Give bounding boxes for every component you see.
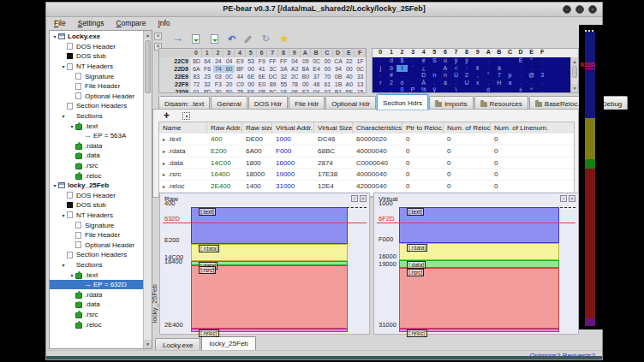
ascii-char[interactable]: \ xyxy=(450,86,462,93)
ascii-char[interactable]: Ü xyxy=(450,72,462,80)
ascii-char[interactable]: ¿ xyxy=(418,65,429,73)
table-row-rdata[interactable]: ▸.rdataE2006A00F00068BC40000040000 xyxy=(159,145,574,157)
hex-byte[interactable]: CA xyxy=(333,57,344,65)
ascii-char[interactable]: . xyxy=(472,57,483,65)
tree-item-sections[interactable]: ▾Sections xyxy=(50,260,143,270)
ascii-char[interactable]: % xyxy=(418,86,429,93)
table-row-rsrc[interactable]: ▸.rsrc16400180001900017E3840000040000 xyxy=(159,169,574,181)
scroll-down-icon[interactable]: ▼ xyxy=(571,84,578,92)
menu-compare[interactable]: Compare xyxy=(110,18,152,28)
hex-byte[interactable]: 00 xyxy=(246,65,257,73)
hex-byte[interactable]: 00 xyxy=(344,65,355,73)
dock-close-icon[interactable]: × xyxy=(569,195,575,202)
ascii-char[interactable]: D xyxy=(418,72,429,80)
hex-byte[interactable]: 00 xyxy=(301,80,312,88)
ascii-char[interactable]: . xyxy=(494,57,505,65)
tree-item-text[interactable]: ▾.text xyxy=(50,121,143,131)
tab-section-hdrs[interactable]: Section Hdrs xyxy=(377,94,428,110)
hex-byte[interactable]: 0B xyxy=(333,73,344,80)
hex-byte[interactable]: 41 xyxy=(257,65,268,73)
ascii-char[interactable]: . xyxy=(375,86,386,93)
ascii-char[interactable]: . xyxy=(537,80,548,87)
ascii-char[interactable]: . xyxy=(429,65,440,73)
ascii-char[interactable]: H xyxy=(494,80,505,87)
ascii-char[interactable]: Ê xyxy=(516,57,527,65)
ascii-char[interactable]: . xyxy=(526,65,537,73)
hex-byte[interactable]: F9 xyxy=(257,57,268,65)
hex-byte[interactable]: 64 xyxy=(202,57,213,65)
ascii-char[interactable]: à xyxy=(440,80,451,87)
follow-arrow-icon[interactable]: → xyxy=(172,33,183,44)
hex-byte[interactable]: 8A xyxy=(301,65,312,73)
ascii-char[interactable]: ÿ xyxy=(429,86,440,93)
tree-item-dos-stub[interactable]: DOS stub xyxy=(50,200,143,211)
hex-byte[interactable]: 89 xyxy=(267,80,278,88)
ascii-char[interactable]: ^ xyxy=(526,86,537,93)
hex-byte[interactable]: 20 xyxy=(224,80,235,88)
ascii-char[interactable]: ¢ xyxy=(472,65,483,73)
ascii-char[interactable]: . xyxy=(516,80,527,87)
hex-byte[interactable]: 04 xyxy=(224,57,235,65)
hex-byte[interactable]: 1F xyxy=(355,57,366,65)
hex-byte[interactable]: DC xyxy=(267,73,278,80)
tree-item-rdata[interactable]: .rdata xyxy=(50,141,143,151)
hex-byte[interactable]: 33 xyxy=(355,73,366,80)
minimap-segment-text[interactable] xyxy=(585,32,595,118)
ascii-char[interactable]: . xyxy=(483,80,494,87)
tree-item-file-header[interactable]: File Header xyxy=(50,81,143,92)
minimize-button[interactable]: − xyxy=(563,5,571,14)
hex-byte[interactable]: 72 xyxy=(191,80,202,88)
ascii-char[interactable]: . xyxy=(537,86,548,93)
expander-icon[interactable]: ▾ xyxy=(60,113,67,119)
hex-byte[interactable]: 32 xyxy=(202,80,213,88)
scroll-up-icon[interactable]: ▲ xyxy=(144,31,152,39)
ascii-char[interactable]: ° xyxy=(483,72,494,80)
ascii-char[interactable]: . xyxy=(408,57,419,65)
hex-byte[interactable]: A0 xyxy=(344,80,355,88)
tab-disasm-text[interactable]: Disasm: .text xyxy=(158,96,210,110)
hex-byte[interactable]: 22 xyxy=(344,57,355,65)
ascii-char[interactable]: ò xyxy=(483,86,494,93)
table-row-reloc[interactable]: ▸.reloc2E40014003100012E442000040000 xyxy=(159,181,574,193)
expander-icon[interactable]: ▾ xyxy=(60,63,67,69)
hex-byte[interactable]: 0C xyxy=(311,57,322,65)
hex-byte[interactable]: 0C xyxy=(355,65,366,73)
ascii-char[interactable]: . xyxy=(504,57,516,65)
hex-byte[interactable]: E9 xyxy=(235,57,246,65)
tree-item-ep-632d[interactable]: →EP = 632D xyxy=(50,280,143,290)
tree-item-rsrc[interactable]: .rsrc xyxy=(50,310,143,320)
hex-byte[interactable]: 0C xyxy=(224,73,235,80)
hex-byte[interactable]: 00 xyxy=(246,80,257,88)
ascii-char[interactable]: . xyxy=(472,86,483,93)
tree-item-locky-25feb[interactable]: ▾locky_25Feb xyxy=(50,181,143,191)
file-tab-locky-25feb[interactable]: locky_25Feb xyxy=(201,336,255,351)
ascii-char[interactable]: $ xyxy=(397,57,408,65)
ascii-char[interactable]: A xyxy=(440,65,451,73)
tree-item-signature[interactable]: Signature xyxy=(50,71,143,81)
menu-info[interactable]: Info xyxy=(152,18,176,28)
ascii-char[interactable]: . xyxy=(397,72,408,80)
hex-byte[interactable]: A2 xyxy=(289,65,301,73)
tab-resources[interactable]: Resources xyxy=(474,96,528,110)
ascii-char[interactable]: r xyxy=(375,80,386,87)
hex-byte[interactable]: 78 xyxy=(289,80,301,88)
ascii-char[interactable]: 2 xyxy=(462,72,473,80)
hex-byte[interactable]: 61 xyxy=(322,80,333,88)
fit-columns-icon[interactable] xyxy=(182,112,190,120)
hex-byte[interactable]: 6E xyxy=(257,73,268,80)
minimap-segment-rsrc[interactable] xyxy=(585,169,595,318)
ascii-char[interactable]: . xyxy=(375,72,386,80)
ascii-char[interactable]: ö xyxy=(386,65,397,73)
ascii-char[interactable]: . xyxy=(483,57,494,65)
col-header-characteristics[interactable]: Characteristics xyxy=(353,122,402,134)
ascii-char[interactable]: a xyxy=(504,80,516,87)
ascii-char[interactable]: ä xyxy=(494,65,505,73)
tab-optional-hdr[interactable]: Optional Hdr xyxy=(325,96,376,110)
tab-basereloc[interactable]: BaseReloc. xyxy=(529,96,586,110)
ascii-char[interactable]: # xyxy=(386,72,397,80)
ascii-char[interactable]: ÿ xyxy=(450,57,462,65)
hex-byte[interactable]: E4 xyxy=(311,65,322,73)
scroll-up-icon[interactable]: ▲ xyxy=(571,57,578,66)
tree-item-file-header[interactable]: File Header xyxy=(50,230,143,240)
hex-byte[interactable]: 44 xyxy=(235,73,246,80)
